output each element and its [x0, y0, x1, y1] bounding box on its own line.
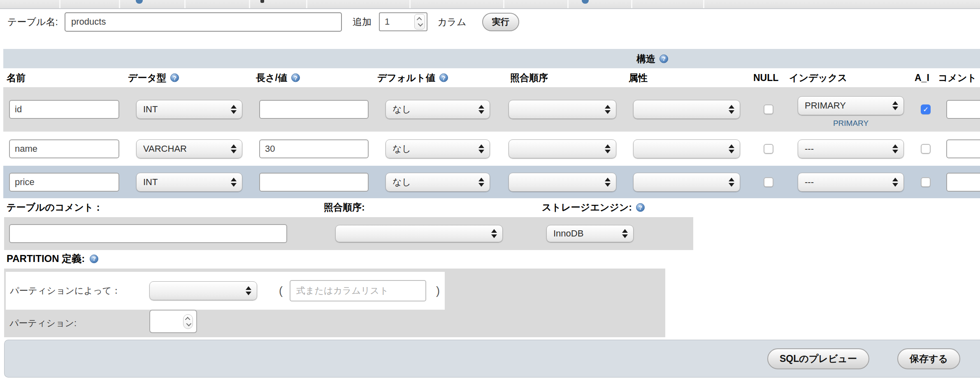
- tab-separator: [409, 0, 411, 8]
- help-icon[interactable]: [439, 74, 448, 82]
- help-icon[interactable]: [660, 54, 668, 63]
- null-checkbox[interactable]: [764, 104, 773, 114]
- primary-index-link[interactable]: PRIMARY: [833, 119, 869, 128]
- column-collation-select[interactable]: [509, 173, 616, 192]
- partition-panel: パーティションによって： ( ) パーティション:: [4, 269, 665, 337]
- column-length-input[interactable]: [259, 173, 369, 192]
- storage-engine-label: ストレージエンジン:: [542, 201, 645, 214]
- column-default-select[interactable]: なし: [385, 173, 490, 192]
- column-attributes-select[interactable]: [633, 100, 740, 119]
- header-comment: コメント: [938, 72, 977, 84]
- select-arrows-icon: [478, 105, 484, 114]
- column-name-input[interactable]: [9, 100, 119, 119]
- table-collation-select[interactable]: [335, 225, 503, 242]
- help-icon[interactable]: [170, 74, 179, 82]
- null-checkbox[interactable]: [764, 177, 773, 187]
- column-default-select[interactable]: なし: [385, 100, 490, 119]
- table-comment-input[interactable]: [9, 224, 287, 243]
- select-arrows-icon: [729, 178, 734, 187]
- column-index-select[interactable]: PRIMARY: [798, 96, 904, 115]
- tab-separator: [631, 0, 632, 8]
- top-tab-bar[interactable]: [0, 0, 980, 9]
- paren-close: ): [436, 285, 440, 297]
- null-checkbox[interactable]: [764, 144, 773, 154]
- tab-separator: [59, 0, 60, 8]
- select-arrows-icon: [892, 144, 898, 153]
- column-name-input[interactable]: [9, 139, 119, 158]
- partition-count-input[interactable]: [149, 310, 197, 333]
- table-row: VARCHAR なし ---: [3, 132, 980, 166]
- select-arrows-icon: [231, 144, 237, 153]
- select-arrows-icon: [605, 105, 611, 114]
- header-collation: 照合順序: [510, 72, 548, 84]
- table-row: INT なし ---: [3, 166, 980, 198]
- auto-increment-checkbox[interactable]: [921, 144, 931, 154]
- tab-separator: [249, 0, 250, 8]
- partition-by-select[interactable]: [149, 281, 257, 300]
- header-default: デフォルト値: [377, 72, 448, 84]
- table-comment-label: テーブルのコメント：: [7, 201, 103, 214]
- tab-separator: [567, 0, 569, 8]
- select-arrows-icon: [231, 178, 237, 187]
- select-arrows-icon: [622, 229, 628, 238]
- structure-title: 構造: [636, 52, 655, 65]
- select-arrows-icon: [246, 286, 251, 295]
- table-collation-label: 照合順序:: [324, 201, 365, 214]
- save-button[interactable]: 保存する: [897, 348, 960, 369]
- number-stepper-icon[interactable]: [414, 14, 425, 30]
- tab-separator: [306, 0, 307, 8]
- tab-separator: [703, 0, 704, 8]
- column-type-select[interactable]: INT: [136, 173, 242, 192]
- help-icon[interactable]: [90, 255, 98, 263]
- partition-by-row: パーティションによって： ( ): [6, 272, 445, 310]
- column-index-select[interactable]: ---: [798, 173, 904, 192]
- header-type: データ型: [128, 72, 179, 84]
- column-comment-input[interactable]: [946, 173, 980, 192]
- select-arrows-icon: [478, 178, 484, 187]
- auto-increment-checkbox[interactable]: [921, 177, 931, 187]
- tab-icon-fragment: [136, 0, 143, 4]
- select-arrows-icon: [892, 101, 898, 110]
- partition-expression-input[interactable]: [290, 280, 426, 301]
- tab-separator: [119, 0, 120, 8]
- column-type-select[interactable]: VARCHAR: [136, 139, 242, 158]
- column-name-input[interactable]: [9, 173, 119, 192]
- column-attributes-select[interactable]: [633, 173, 740, 192]
- column-type-select[interactable]: INT: [136, 100, 242, 119]
- number-stepper-icon[interactable]: [183, 314, 193, 329]
- table-row: INT なし PRIMARY PRIMARY: [3, 87, 980, 132]
- select-arrows-icon: [231, 105, 237, 114]
- help-icon[interactable]: [291, 74, 300, 82]
- partition-by-label: パーティションによって：: [10, 285, 121, 297]
- select-arrows-icon: [478, 144, 484, 153]
- partition-count-label: パーティション:: [9, 317, 77, 329]
- column-index-select[interactable]: ---: [798, 139, 904, 158]
- auto-increment-checkbox[interactable]: [921, 104, 931, 114]
- columns-label: カラム: [437, 16, 467, 28]
- column-collation-select[interactable]: [509, 139, 616, 158]
- column-attributes-select[interactable]: [633, 139, 740, 158]
- column-comment-input[interactable]: [946, 139, 980, 158]
- add-columns-count-input[interactable]: 1: [379, 12, 427, 31]
- partition-definition-label: PARTITION 定義:: [7, 252, 98, 265]
- tab-icon-fragment: [582, 0, 589, 4]
- column-collation-select[interactable]: [509, 100, 616, 119]
- column-default-select[interactable]: なし: [385, 139, 490, 158]
- column-length-input[interactable]: [259, 139, 369, 158]
- header-null: NULL: [753, 72, 778, 83]
- tab-separator: [184, 0, 186, 8]
- table-name-input[interactable]: [65, 12, 342, 32]
- column-length-input[interactable]: [259, 100, 369, 119]
- go-button[interactable]: 実行: [482, 13, 519, 31]
- help-icon[interactable]: [636, 203, 645, 212]
- create-table-toolbar: テーブル名: 追加 1 カラム 実行: [0, 10, 980, 34]
- header-ai: A_I: [915, 72, 929, 83]
- table-name-label: テーブル名:: [7, 16, 58, 28]
- column-comment-input[interactable]: [946, 100, 980, 119]
- structure-header-row: 名前 データ型 長さ/値 デフォルト値 照合順序 属性 NULL インデックス …: [0, 68, 980, 87]
- structure-band: 構造: [3, 49, 980, 68]
- select-arrows-icon: [605, 144, 611, 153]
- add-columns-label: 追加: [353, 16, 372, 28]
- preview-sql-button[interactable]: SQLのプレビュー: [767, 348, 869, 369]
- storage-engine-select[interactable]: InnoDB: [546, 225, 634, 242]
